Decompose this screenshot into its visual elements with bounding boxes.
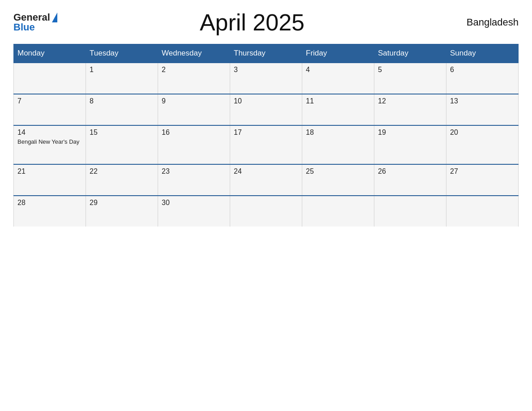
calendar-cell[interactable]: 7: [14, 94, 86, 125]
calendar-cell[interactable]: 5: [374, 63, 446, 94]
day-number: 29: [90, 199, 154, 207]
day-number: 16: [162, 128, 226, 137]
day-number: 21: [17, 167, 82, 176]
day-number: 7: [17, 97, 82, 105]
calendar-cell[interactable]: 26: [374, 164, 446, 196]
calendar-cell[interactable]: 17: [230, 125, 302, 164]
calendar-cell[interactable]: 4: [302, 63, 374, 94]
day-number: 2: [162, 66, 226, 74]
calendar-cell[interactable]: 8: [86, 94, 158, 125]
calendar-cell[interactable]: 2: [158, 63, 230, 94]
day-number: 26: [378, 167, 442, 176]
day-number: 22: [90, 167, 154, 176]
calendar-cell[interactable]: 18: [302, 125, 374, 164]
weekday-header-thursday: Thursday: [230, 44, 302, 63]
calendar-week-row-3: 14Bengali New Year's Day151617181920: [14, 125, 519, 164]
calendar-cell[interactable]: 20: [446, 125, 519, 164]
day-number: 8: [90, 97, 154, 105]
logo-triangle-icon: [52, 13, 57, 22]
calendar-cell[interactable]: 27: [446, 164, 519, 196]
day-number: 6: [450, 66, 515, 74]
calendar-cell[interactable]: 12: [374, 94, 446, 125]
calendar-week-row-2: 78910111213: [14, 94, 519, 125]
calendar-cell[interactable]: 13: [446, 94, 519, 125]
day-number: 24: [234, 167, 298, 176]
day-number: 27: [450, 167, 515, 176]
weekday-header-wednesday: Wednesday: [158, 44, 230, 63]
day-number: 23: [162, 167, 226, 176]
calendar-cell[interactable]: 30: [158, 196, 230, 227]
calendar-week-row-5: 282930: [14, 196, 519, 227]
calendar-cell[interactable]: 6: [446, 63, 519, 94]
day-number: 10: [234, 97, 298, 105]
calendar-week-row-1: 123456: [14, 63, 519, 94]
logo-general-text: General: [13, 13, 50, 22]
calendar-cell[interactable]: 28: [14, 196, 86, 227]
day-number: 14: [17, 128, 82, 137]
calendar-cell[interactable]: [14, 63, 86, 94]
weekday-header-row: MondayTuesdayWednesdayThursdayFridaySatu…: [14, 44, 519, 63]
calendar-table: MondayTuesdayWednesdayThursdayFridaySatu…: [13, 44, 519, 227]
calendar-cell[interactable]: 11: [302, 94, 374, 125]
calendar-cell[interactable]: 23: [158, 164, 230, 196]
day-number: 30: [162, 199, 226, 207]
calendar-cell[interactable]: [374, 196, 446, 227]
day-number: 18: [306, 128, 370, 137]
calendar-cell[interactable]: 1: [86, 63, 158, 94]
weekday-header-monday: Monday: [14, 44, 86, 63]
calendar-cell[interactable]: [446, 196, 519, 227]
day-number: 5: [378, 66, 442, 74]
calendar-cell[interactable]: 10: [230, 94, 302, 125]
day-number: 28: [17, 199, 82, 207]
day-number: 17: [234, 128, 298, 137]
calendar-cell[interactable]: 25: [302, 164, 374, 196]
country-label: Bangladesh: [447, 17, 519, 28]
logo: General Blue: [13, 13, 57, 32]
weekday-header-tuesday: Tuesday: [86, 44, 158, 63]
calendar-week-row-4: 21222324252627: [14, 164, 519, 196]
calendar-cell[interactable]: 21: [14, 164, 86, 196]
weekday-header-friday: Friday: [302, 44, 374, 63]
page-header: General Blue April 2025 Bangladesh: [13, 9, 519, 36]
calendar-cell[interactable]: 9: [158, 94, 230, 125]
calendar-cell[interactable]: 19: [374, 125, 446, 164]
holiday-label: Bengali New Year's Day: [17, 138, 82, 146]
calendar-cell[interactable]: [302, 196, 374, 227]
calendar-header: MondayTuesdayWednesdayThursdayFridaySatu…: [14, 44, 519, 63]
calendar-cell[interactable]: 14Bengali New Year's Day: [14, 125, 86, 164]
logo-blue-text: Blue: [13, 22, 35, 32]
calendar-cell[interactable]: 29: [86, 196, 158, 227]
day-number: 15: [90, 128, 154, 137]
day-number: 11: [306, 97, 370, 105]
day-number: 20: [450, 128, 515, 137]
calendar-cell[interactable]: 3: [230, 63, 302, 94]
day-number: 25: [306, 167, 370, 176]
calendar-cell[interactable]: 16: [158, 125, 230, 164]
calendar-cell[interactable]: 15: [86, 125, 158, 164]
day-number: 13: [450, 97, 515, 105]
day-number: 4: [306, 66, 370, 74]
day-number: 1: [90, 66, 154, 74]
calendar-cell[interactable]: 22: [86, 164, 158, 196]
page-title: April 2025: [57, 9, 447, 36]
day-number: 9: [162, 97, 226, 105]
weekday-header-sunday: Sunday: [446, 44, 519, 63]
calendar-cell[interactable]: [230, 196, 302, 227]
day-number: 3: [234, 66, 298, 74]
calendar-body: 1234567891011121314Bengali New Year's Da…: [14, 63, 519, 227]
day-number: 19: [378, 128, 442, 137]
calendar-cell[interactable]: 24: [230, 164, 302, 196]
day-number: 12: [378, 97, 442, 105]
weekday-header-saturday: Saturday: [374, 44, 446, 63]
